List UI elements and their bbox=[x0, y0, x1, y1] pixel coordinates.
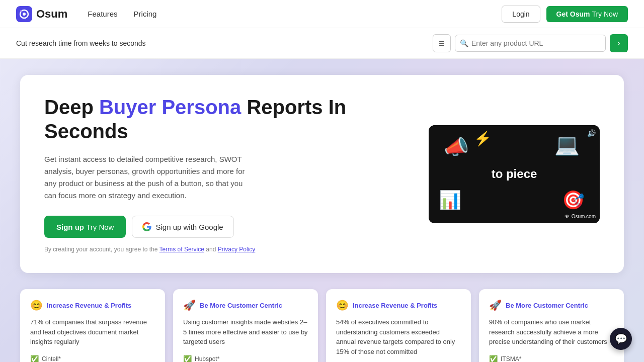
privacy-link[interactable]: Privacy Policy bbox=[218, 246, 256, 253]
main-content: Deep Buyer Persona Reports In Seconds Ge… bbox=[0, 59, 644, 362]
logo-text: Osum bbox=[36, 8, 67, 21]
signup-button[interactable]: Sign up Try Now bbox=[44, 216, 126, 238]
laptop-icon: 💻 bbox=[554, 133, 580, 156]
card-1-source-text: Hubspot* bbox=[195, 355, 219, 363]
hero-title-highlight: Buyer Persona bbox=[99, 96, 241, 118]
card-1-icon: 🚀 bbox=[183, 299, 196, 311]
signup-try-now: Try Now bbox=[86, 223, 114, 231]
header: Osum Features Pricing Login Get Osum Try… bbox=[0, 0, 644, 28]
search-go-button[interactable]: › bbox=[610, 34, 628, 52]
card-2-body: 54% of executives committed to understan… bbox=[336, 317, 461, 356]
get-osum-label: Get Osum bbox=[556, 10, 590, 18]
tagline: Cut research time from weeks to seconds bbox=[16, 39, 146, 47]
google-icon bbox=[142, 222, 151, 231]
header-actions: Login Get Osum Try Now bbox=[502, 6, 628, 23]
chart-icon: 📊 bbox=[439, 190, 461, 211]
check-icon-3: ✅ bbox=[489, 355, 498, 363]
video-brand: 👁 Osum.com bbox=[565, 214, 596, 219]
google-signup-label: Sign up with Google bbox=[155, 223, 223, 231]
card-0-source: ✅ Cintell* bbox=[30, 355, 155, 363]
lightning-icon: ⚡ bbox=[474, 130, 492, 147]
osum-logo-icon bbox=[16, 6, 32, 22]
signup-label: Sign up bbox=[56, 223, 84, 231]
video-text: to piece bbox=[492, 167, 537, 181]
card-3-title: Be More Customer Centric bbox=[506, 302, 588, 309]
hero-card: Deep Buyer Persona Reports In Seconds Ge… bbox=[20, 75, 624, 273]
card-1-body: Using customer insights made websites 2–… bbox=[183, 317, 308, 347]
product-url-input[interactable] bbox=[455, 35, 606, 52]
filter-button[interactable]: ☰ bbox=[433, 34, 451, 52]
cards-section: 😊 Increase Revenue & Profits 71% of comp… bbox=[20, 289, 624, 362]
volume-icon: 🔊 bbox=[587, 129, 596, 137]
logo[interactable]: Osum bbox=[16, 6, 67, 22]
card-3-source: ✅ ITSMA* bbox=[489, 355, 614, 363]
main-nav: Features Pricing bbox=[88, 10, 502, 18]
target-icon: 🎯 bbox=[562, 190, 585, 211]
brand-icon: 👁 bbox=[565, 214, 570, 219]
terms-text: By creating your account, you agree to t… bbox=[44, 246, 409, 253]
nav-features[interactable]: Features bbox=[88, 10, 117, 18]
card-3-header: 🚀 Be More Customer Centric bbox=[489, 299, 614, 311]
search-wrap: 🔍 bbox=[455, 35, 606, 52]
card-2: 😊 Increase Revenue & Profits 54% of exec… bbox=[326, 289, 471, 362]
chat-button[interactable]: 💬 bbox=[610, 328, 632, 350]
hero-title-plain: Deep bbox=[44, 96, 99, 118]
video-placeholder: 📣 ⚡ 💻 📊 🎯 to piece 🔊 👁 Osum.com bbox=[429, 125, 600, 223]
card-0-title: Increase Revenue & Profits bbox=[47, 302, 131, 309]
card-1-header: 🚀 Be More Customer Centric bbox=[183, 299, 308, 311]
chat-icon: 💬 bbox=[615, 333, 627, 345]
card-3-source-text: ITSMA* bbox=[501, 355, 521, 363]
filter-icon: ☰ bbox=[439, 40, 445, 47]
nav-pricing[interactable]: Pricing bbox=[134, 10, 157, 18]
card-0: 😊 Increase Revenue & Profits 71% of comp… bbox=[20, 289, 165, 362]
hero-title: Deep Buyer Persona Reports In Seconds bbox=[44, 95, 409, 143]
get-osum-button[interactable]: Get Osum Try Now bbox=[546, 6, 628, 22]
card-0-body: 71% of companies that surpass revenue an… bbox=[30, 317, 155, 347]
card-1: 🚀 Be More Customer Centric Using custome… bbox=[173, 289, 318, 362]
card-3: 🚀 Be More Customer Centric 90% of compan… bbox=[479, 289, 624, 362]
hero-content: Deep Buyer Persona Reports In Seconds Ge… bbox=[44, 95, 409, 253]
card-0-icon: 😊 bbox=[30, 299, 43, 311]
card-2-title: Increase Revenue & Profits bbox=[353, 302, 437, 309]
svg-point-3 bbox=[20, 10, 22, 12]
check-icon-0: ✅ bbox=[30, 355, 39, 363]
hero-description: Get instant access to detailed competiti… bbox=[44, 153, 256, 202]
svg-point-2 bbox=[23, 13, 26, 16]
card-3-icon: 🚀 bbox=[489, 299, 502, 311]
arrow-right-icon: › bbox=[617, 39, 620, 48]
search-area: ☰ 🔍 › bbox=[433, 34, 628, 52]
check-icon-1: ✅ bbox=[183, 355, 192, 363]
card-2-header: 😊 Increase Revenue & Profits bbox=[336, 299, 461, 311]
card-1-source: ✅ Hubspot* bbox=[183, 355, 308, 363]
sub-header: Cut research time from weeks to seconds … bbox=[0, 28, 644, 59]
try-now-label: Try Now bbox=[592, 10, 618, 18]
hero-buttons: Sign up Try Now Sign up with Google bbox=[44, 216, 409, 238]
megaphone-icon: 📣 bbox=[444, 135, 469, 159]
terms-link[interactable]: Terms of Service bbox=[159, 246, 204, 253]
card-1-title: Be More Customer Centric bbox=[200, 302, 282, 309]
card-0-source-text: Cintell* bbox=[42, 355, 61, 363]
card-0-header: 😊 Increase Revenue & Profits bbox=[30, 299, 155, 311]
card-2-icon: 😊 bbox=[336, 299, 349, 311]
hero-video[interactable]: 📣 ⚡ 💻 📊 🎯 to piece 🔊 👁 Osum.com bbox=[429, 125, 600, 223]
card-3-body: 90% of companies who use market research… bbox=[489, 317, 614, 347]
login-button[interactable]: Login bbox=[502, 6, 540, 23]
google-signup-button[interactable]: Sign up with Google bbox=[132, 216, 233, 238]
search-icon: 🔍 bbox=[460, 39, 468, 47]
